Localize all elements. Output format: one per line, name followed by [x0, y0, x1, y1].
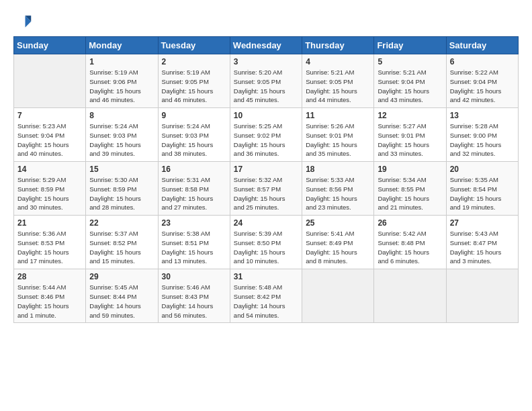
calendar-cell: [446, 269, 518, 323]
day-info: Sunrise: 5:39 AM Sunset: 8:50 PM Dayligh…: [234, 229, 298, 266]
calendar-cell: 4Sunrise: 5:21 AM Sunset: 9:05 PM Daylig…: [302, 54, 374, 108]
day-info: Sunrise: 5:37 AM Sunset: 8:52 PM Dayligh…: [89, 229, 154, 266]
calendar-cell: 14Sunrise: 5:29 AM Sunset: 8:59 PM Dayli…: [14, 162, 86, 216]
calendar-cell: 23Sunrise: 5:38 AM Sunset: 8:51 PM Dayli…: [158, 216, 230, 269]
day-info: Sunrise: 5:21 AM Sunset: 9:04 PM Dayligh…: [378, 68, 442, 105]
calendar-cell: 5Sunrise: 5:21 AM Sunset: 9:04 PM Daylig…: [374, 54, 446, 108]
day-number: 17: [234, 165, 298, 174]
day-number: 4: [306, 57, 370, 66]
calendar-cell: 12Sunrise: 5:27 AM Sunset: 9:01 PM Dayli…: [374, 108, 446, 162]
day-info: Sunrise: 5:36 AM Sunset: 8:53 PM Dayligh…: [17, 229, 82, 266]
day-info: Sunrise: 5:19 AM Sunset: 9:05 PM Dayligh…: [162, 68, 226, 105]
calendar-week-0: 1Sunrise: 5:19 AM Sunset: 9:06 PM Daylig…: [14, 54, 519, 108]
day-number: 31: [234, 272, 298, 281]
day-info: Sunrise: 5:32 AM Sunset: 8:57 PM Dayligh…: [234, 175, 298, 212]
day-number: 3: [234, 57, 298, 66]
day-number: 25: [306, 218, 370, 228]
calendar-cell: 28Sunrise: 5:44 AM Sunset: 8:46 PM Dayli…: [14, 269, 86, 323]
calendar-cell: 17Sunrise: 5:32 AM Sunset: 8:57 PM Dayli…: [230, 162, 302, 216]
day-info: Sunrise: 5:19 AM Sunset: 9:06 PM Dayligh…: [89, 68, 154, 105]
day-number: 28: [17, 272, 82, 281]
day-info: Sunrise: 5:20 AM Sunset: 9:05 PM Dayligh…: [234, 68, 298, 105]
calendar-cell: [374, 269, 446, 323]
day-info: Sunrise: 5:26 AM Sunset: 9:01 PM Dayligh…: [306, 122, 370, 158]
calendar-cell: 2Sunrise: 5:19 AM Sunset: 9:05 PM Daylig…: [158, 54, 230, 108]
day-info: Sunrise: 5:43 AM Sunset: 8:47 PM Dayligh…: [450, 229, 515, 266]
calendar-cell: 25Sunrise: 5:41 AM Sunset: 8:49 PM Dayli…: [302, 216, 374, 269]
calendar-week-4: 28Sunrise: 5:44 AM Sunset: 8:46 PM Dayli…: [14, 269, 519, 323]
calendar-cell: 13Sunrise: 5:28 AM Sunset: 9:00 PM Dayli…: [446, 108, 518, 162]
logo: [13, 12, 34, 31]
calendar-cell: 1Sunrise: 5:19 AM Sunset: 9:06 PM Daylig…: [86, 54, 158, 108]
calendar-cell: 27Sunrise: 5:43 AM Sunset: 8:47 PM Dayli…: [446, 216, 518, 269]
calendar-cell: 30Sunrise: 5:46 AM Sunset: 8:43 PM Dayli…: [158, 269, 230, 323]
calendar-week-2: 14Sunrise: 5:29 AM Sunset: 8:59 PM Dayli…: [14, 162, 519, 216]
calendar-cell: 16Sunrise: 5:31 AM Sunset: 8:58 PM Dayli…: [158, 162, 230, 216]
day-number: 12: [378, 111, 442, 120]
day-info: Sunrise: 5:27 AM Sunset: 9:01 PM Dayligh…: [378, 122, 442, 158]
calendar-cell: 6Sunrise: 5:22 AM Sunset: 9:04 PM Daylig…: [446, 54, 518, 108]
day-number: 10: [234, 111, 298, 120]
day-number: 15: [89, 165, 154, 174]
day-info: Sunrise: 5:23 AM Sunset: 9:04 PM Dayligh…: [17, 122, 82, 158]
calendar-header: SundayMondayTuesdayWednesdayThursdayFrid…: [14, 37, 519, 54]
calendar-cell: [14, 54, 86, 108]
calendar-cell: 7Sunrise: 5:23 AM Sunset: 9:04 PM Daylig…: [14, 108, 86, 162]
weekday-header-row: SundayMondayTuesdayWednesdayThursdayFrid…: [14, 37, 519, 54]
header: [13, 12, 519, 31]
day-info: Sunrise: 5:41 AM Sunset: 8:49 PM Dayligh…: [306, 229, 370, 266]
day-info: Sunrise: 5:24 AM Sunset: 9:03 PM Dayligh…: [162, 122, 226, 158]
calendar-cell: 24Sunrise: 5:39 AM Sunset: 8:50 PM Dayli…: [230, 216, 302, 269]
day-number: 21: [17, 218, 82, 228]
page-container: SundayMondayTuesdayWednesdayThursdayFrid…: [0, 0, 532, 330]
weekday-header-sunday: Sunday: [14, 37, 86, 54]
weekday-header-monday: Monday: [86, 37, 158, 54]
day-number: 14: [17, 165, 82, 174]
day-info: Sunrise: 5:24 AM Sunset: 9:03 PM Dayligh…: [89, 122, 154, 158]
calendar-cell: 3Sunrise: 5:20 AM Sunset: 9:05 PM Daylig…: [230, 54, 302, 108]
calendar-cell: 22Sunrise: 5:37 AM Sunset: 8:52 PM Dayli…: [86, 216, 158, 269]
day-number: 30: [162, 272, 226, 281]
logo-icon: [13, 12, 32, 31]
day-info: Sunrise: 5:44 AM Sunset: 8:46 PM Dayligh…: [17, 283, 82, 320]
calendar-cell: 20Sunrise: 5:35 AM Sunset: 8:54 PM Dayli…: [446, 162, 518, 216]
day-info: Sunrise: 5:33 AM Sunset: 8:56 PM Dayligh…: [306, 175, 370, 212]
day-number: 27: [450, 218, 515, 228]
day-number: 23: [162, 218, 226, 228]
day-number: 2: [162, 57, 226, 66]
calendar-cell: 29Sunrise: 5:45 AM Sunset: 8:44 PM Dayli…: [86, 269, 158, 323]
calendar-cell: 11Sunrise: 5:26 AM Sunset: 9:01 PM Dayli…: [302, 108, 374, 162]
day-number: 1: [89, 57, 154, 66]
day-number: 22: [89, 218, 154, 228]
calendar-week-1: 7Sunrise: 5:23 AM Sunset: 9:04 PM Daylig…: [14, 108, 519, 162]
day-info: Sunrise: 5:29 AM Sunset: 8:59 PM Dayligh…: [17, 175, 82, 212]
weekday-header-thursday: Thursday: [302, 37, 374, 54]
day-number: 7: [17, 111, 82, 120]
day-info: Sunrise: 5:21 AM Sunset: 9:05 PM Dayligh…: [306, 68, 370, 105]
day-info: Sunrise: 5:30 AM Sunset: 8:59 PM Dayligh…: [89, 175, 154, 212]
weekday-header-tuesday: Tuesday: [158, 37, 230, 54]
calendar-week-3: 21Sunrise: 5:36 AM Sunset: 8:53 PM Dayli…: [14, 216, 519, 269]
day-info: Sunrise: 5:28 AM Sunset: 9:00 PM Dayligh…: [450, 122, 515, 158]
calendar-cell: 31Sunrise: 5:48 AM Sunset: 8:42 PM Dayli…: [230, 269, 302, 323]
calendar-cell: 15Sunrise: 5:30 AM Sunset: 8:59 PM Dayli…: [86, 162, 158, 216]
day-info: Sunrise: 5:25 AM Sunset: 9:02 PM Dayligh…: [234, 122, 298, 158]
day-info: Sunrise: 5:38 AM Sunset: 8:51 PM Dayligh…: [162, 229, 226, 266]
calendar-cell: 9Sunrise: 5:24 AM Sunset: 9:03 PM Daylig…: [158, 108, 230, 162]
day-info: Sunrise: 5:35 AM Sunset: 8:54 PM Dayligh…: [450, 175, 515, 212]
day-number: 19: [378, 165, 442, 174]
day-number: 8: [89, 111, 154, 120]
day-info: Sunrise: 5:46 AM Sunset: 8:43 PM Dayligh…: [162, 283, 226, 320]
weekday-header-friday: Friday: [374, 37, 446, 54]
calendar-cell: 21Sunrise: 5:36 AM Sunset: 8:53 PM Dayli…: [14, 216, 86, 269]
calendar-cell: 26Sunrise: 5:42 AM Sunset: 8:48 PM Dayli…: [374, 216, 446, 269]
calendar-cell: 18Sunrise: 5:33 AM Sunset: 8:56 PM Dayli…: [302, 162, 374, 216]
day-number: 20: [450, 165, 515, 174]
day-info: Sunrise: 5:22 AM Sunset: 9:04 PM Dayligh…: [450, 68, 515, 105]
day-number: 13: [450, 111, 515, 120]
day-info: Sunrise: 5:45 AM Sunset: 8:44 PM Dayligh…: [89, 283, 154, 320]
day-number: 18: [306, 165, 370, 174]
day-number: 5: [378, 57, 442, 66]
weekday-header-saturday: Saturday: [446, 37, 518, 54]
day-info: Sunrise: 5:34 AM Sunset: 8:55 PM Dayligh…: [378, 175, 442, 212]
